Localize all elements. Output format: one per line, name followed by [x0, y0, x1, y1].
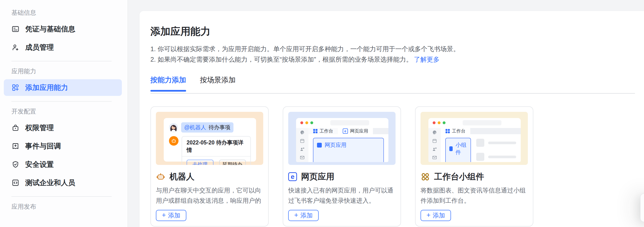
sidebar-item-label: 事件与回调: [25, 141, 61, 151]
todo-message-card: 2022-05-20 待办事项详情 去处理 延期待办: [182, 136, 251, 165]
sidebar-group-capabilities: 应用能力: [0, 67, 128, 76]
web-app-icon: e: [288, 172, 297, 181]
tab-by-scenario[interactable]: 按场景添加: [200, 75, 236, 91]
card-description-bot: 与用户在聊天中交互的应用，它可以向用户或群组自动发送消息，响应用户的消...: [156, 185, 263, 206]
bot-mention-text: @机器人: [184, 124, 206, 131]
sidebar: 基础信息 凭证与基础信息 成员管理 应用能力 添加应用能力 开发配置: [0, 0, 128, 227]
sidebar-group-app-release: 应用发布: [0, 202, 128, 211]
bot-mention-chip: @机器人 待办事项: [181, 122, 234, 132]
sidebar-item-events-callbacks[interactable]: 事件与回调: [0, 138, 128, 154]
widget-content-box: 小组件: [445, 138, 471, 162]
edge-floating-widget[interactable]: [640, 194, 644, 222]
card-title-bot: 机器人: [170, 171, 194, 182]
page-title: 添加应用能力: [150, 25, 644, 38]
tabs-divider: [150, 93, 635, 94]
shield-check-icon: [12, 160, 20, 168]
placeholder-column: [476, 139, 516, 162]
traffic-lights-icon: [433, 121, 446, 124]
mock-tab-workbench: 工作台: [441, 128, 470, 134]
contacts-icon: [300, 146, 305, 152]
sidebar-item-label: 添加应用能力: [25, 83, 68, 92]
webapp-thumbnail: 工作台 e 网页应用: [288, 112, 396, 165]
mock-tab-row: 工作台 e 网页应用: [308, 128, 388, 134]
blue-square-icon: [317, 143, 322, 148]
plus-icon: +: [294, 212, 298, 219]
webapp-e-icon: e: [343, 128, 348, 134]
capability-tabs: 按能力添加 按场景添加: [150, 75, 644, 91]
add-widget-button[interactable]: + 添加: [420, 210, 451, 221]
mock-tab-webapp-label: 网页应用: [350, 128, 368, 134]
widget-box-label: 小组件: [456, 141, 467, 156]
sidebar-item-security[interactable]: 安全设置: [0, 156, 128, 173]
mock-tab-workbench-label: 工作台: [452, 128, 466, 134]
capability-card-webapp: 工作台 e 网页应用: [283, 106, 401, 226]
avatar: [169, 123, 178, 132]
sidebar-group-dev-config: 开发配置: [0, 107, 128, 116]
app-add-icon: [12, 84, 20, 92]
page-description-line-2-text: 2. 如果尚不确定需要添加什么能力，可切换至“按场景添加”，根据所需的业务场景选…: [150, 56, 412, 63]
page-description-line-2: 2. 如果尚不确定需要添加什么能力，可切换至“按场景添加”，根据所需的业务场景选…: [150, 54, 644, 65]
sidebar-divider: [12, 196, 112, 197]
todo-handle-button: 去处理: [186, 160, 214, 165]
placeholder-row: [476, 153, 516, 161]
capability-card-widget: 工作台 小组件: [415, 106, 533, 226]
content-card: 添加应用能力 1. 你可以根据实际需求，为应用开启能力。单个应用可开启多种能力，…: [139, 11, 644, 227]
lock-icon: [12, 124, 20, 132]
webapp-content-box: 网页应用: [313, 138, 384, 162]
event-callback-icon: [12, 142, 20, 150]
id-card-icon: [12, 25, 20, 33]
add-button-label: 添加: [433, 211, 445, 220]
widget-icon: [420, 172, 430, 182]
sidebar-item-members[interactable]: 成员管理: [0, 39, 128, 56]
webapp-browser-mock: 工作台 e 网页应用: [296, 118, 388, 162]
robot-icon: [156, 172, 166, 182]
sidebar-item-label: 成员管理: [25, 42, 54, 52]
bot-avatar-icon: [169, 136, 178, 146]
learn-more-link[interactable]: 了解更多: [414, 56, 440, 63]
messenger-icon: [300, 130, 305, 135]
add-button-label: 添加: [168, 211, 180, 220]
sidebar-divider: [12, 101, 112, 102]
sidebar-item-permissions[interactable]: 权限管理: [0, 120, 128, 136]
add-webapp-button[interactable]: + 添加: [288, 210, 319, 221]
messenger-icon: [432, 130, 437, 135]
bot-chat-mock: @机器人 待办事项 2022-05-20 待办事项详情: [164, 118, 256, 162]
sidebar-item-add-capabilities[interactable]: 添加应用能力: [4, 79, 122, 96]
plus-icon: +: [162, 212, 166, 219]
todo-title: 2022-05-20 待办事项详情: [182, 136, 250, 156]
contacts-icon: [432, 146, 437, 152]
mock-sidebar: [428, 128, 441, 162]
sidebar-item-test-company[interactable]: 测试企业和人员: [0, 174, 128, 191]
workbench-grid-icon: [446, 129, 450, 133]
sidebar-item-credentials[interactable]: 凭证与基础信息: [0, 21, 128, 37]
add-button-label: 添加: [300, 211, 313, 220]
page-description-line-1: 1. 你可以根据实际需求，为应用开启能力。单个应用可开启多种能力，一个能力可用于…: [150, 44, 644, 54]
card-description-widget: 将数据图表、图文资讯等信息通过小组件添加到工作台。: [420, 185, 528, 206]
calendar-icon: [300, 138, 305, 144]
card-title-webapp: 网页应用: [301, 171, 334, 182]
workbench-grid-icon: [313, 129, 318, 133]
code-icon: [12, 179, 20, 187]
sidebar-item-label: 测试企业和人员: [25, 178, 75, 188]
card-description-webapp: 快速接入已有的网页应用，用户可以通过飞书客户端免登录快速进入。: [288, 185, 396, 206]
address-bar: [463, 120, 502, 126]
member-add-icon: [12, 43, 20, 52]
webapp-box-label: 网页应用: [324, 141, 346, 149]
mock-sidebar: [296, 128, 308, 162]
placeholder-row: [476, 139, 516, 147]
widget-thumbnail: 工作台 小组件: [420, 112, 528, 165]
capability-cards-row: @机器人 待办事项 2022-05-20 待办事项详情: [150, 106, 644, 226]
mock-tab-workbench-label: 工作台: [320, 128, 333, 134]
main-area: 添加应用能力 1. 你可以根据实际需求，为应用开启能力。单个应用可开启多种能力，…: [128, 0, 644, 227]
mock-tab-row: 工作台: [441, 128, 521, 134]
mail-icon: [300, 155, 305, 160]
address-bar: [330, 120, 369, 126]
todo-postpone-button: 延期待办: [219, 160, 246, 165]
calendar-icon: [432, 138, 437, 144]
sidebar-divider: [12, 61, 112, 62]
card-title-widget: 工作台小组件: [434, 171, 484, 182]
add-bot-button[interactable]: + 添加: [156, 210, 186, 221]
blue-square-icon: [449, 146, 453, 151]
tab-by-capability[interactable]: 按能力添加: [150, 75, 186, 91]
bot-thumbnail: @机器人 待办事项 2022-05-20 待办事项详情: [156, 112, 263, 165]
